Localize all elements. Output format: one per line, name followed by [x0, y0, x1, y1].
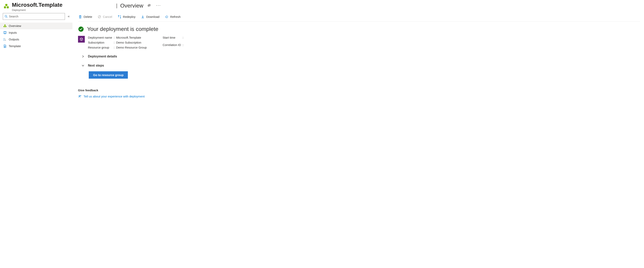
command-bar: Delete Cancel Redeploy: [78, 13, 640, 22]
resource-group-icon: [78, 36, 85, 43]
collapse-sidebar-button[interactable]: «: [67, 13, 70, 19]
next-steps-expander[interactable]: Next steps: [82, 64, 640, 67]
download-icon: [141, 15, 144, 19]
svg-point-3: [5, 15, 7, 17]
status-title: Your deployment is complete: [87, 26, 158, 32]
refresh-button[interactable]: Refresh: [164, 14, 181, 19]
svg-point-15: [79, 95, 80, 96]
svg-rect-12: [120, 15, 121, 16]
sidebar-item-label: Overview: [9, 24, 21, 27]
search-input[interactable]: [9, 15, 63, 18]
svg-rect-7: [4, 24, 6, 26]
sidebar-item-label: Outputs: [9, 38, 19, 41]
breadcrumb-current: Overview: [120, 2, 143, 9]
feedback-heading: Give feedback: [78, 89, 640, 92]
svg-line-4: [6, 17, 7, 18]
svg-rect-0: [4, 6, 6, 8]
sidebar-item-label: Inputs: [9, 31, 17, 34]
search-box[interactable]: [3, 13, 65, 20]
pin-button[interactable]: [146, 2, 152, 9]
ellipsis-icon: ···: [156, 3, 161, 8]
start-time-label: Start time: [162, 36, 181, 42]
page-title: Microsoft.Template: [12, 2, 62, 8]
svg-rect-1: [7, 6, 9, 8]
deployment-name-label: Deployment name: [88, 36, 112, 39]
subscription-label: Subscription: [88, 41, 112, 44]
svg-rect-5: [4, 26, 5, 27]
trash-icon: [78, 15, 82, 19]
sidebar-item-label: Template: [9, 44, 21, 48]
sidebar-item-inputs[interactable]: Inputs: [0, 29, 72, 36]
template-icon: [3, 44, 7, 48]
success-icon: [78, 26, 84, 32]
more-button[interactable]: ···: [155, 3, 162, 8]
refresh-icon: [165, 15, 168, 19]
svg-rect-11: [118, 15, 119, 16]
svg-rect-2: [5, 4, 7, 6]
feedback-link[interactable]: Tell us about your experience with deplo…: [78, 95, 145, 98]
download-button[interactable]: Download: [140, 14, 160, 19]
search-icon: [4, 15, 8, 18]
deployment-small-icon: [3, 24, 7, 28]
svg-rect-6: [5, 26, 6, 27]
sidebar-item-outputs[interactable]: Outputs: [0, 36, 72, 43]
svg-rect-13: [120, 17, 121, 18]
go-to-resource-group-button[interactable]: Go to resource group: [89, 71, 128, 79]
resource-group-label: Resource group: [88, 46, 112, 49]
cancel-icon: [98, 15, 101, 19]
cancel-button: Cancel: [97, 14, 112, 19]
inputs-icon: [3, 31, 7, 34]
chevron-down-icon: [82, 64, 84, 67]
redeploy-icon: [118, 15, 121, 19]
outputs-icon: [3, 38, 7, 41]
svg-line-10: [99, 16, 100, 18]
sidebar-item-overview[interactable]: Overview: [0, 22, 72, 29]
breadcrumb-separator: |: [116, 2, 118, 9]
chevron-double-left-icon: «: [68, 14, 70, 18]
resource-group-value: Demo Resource Group: [116, 46, 147, 49]
subscription-value: Demo Subscription: [116, 41, 147, 44]
pin-icon: [147, 3, 151, 7]
sidebar-item-template[interactable]: Template: [0, 43, 72, 49]
delete-button[interactable]: Delete: [78, 14, 92, 19]
deployment-name-value: Microsoft.Template: [116, 36, 147, 39]
correlation-id-label: Correlation ID: [162, 43, 181, 49]
page-subtitle: Deployment: [12, 8, 62, 11]
chevron-right-icon: [82, 55, 84, 58]
redeploy-button[interactable]: Redeploy: [117, 14, 136, 19]
feedback-icon: [78, 95, 82, 98]
deployment-icon: [3, 3, 10, 10]
deployment-details-expander[interactable]: Deployment details: [82, 55, 640, 58]
